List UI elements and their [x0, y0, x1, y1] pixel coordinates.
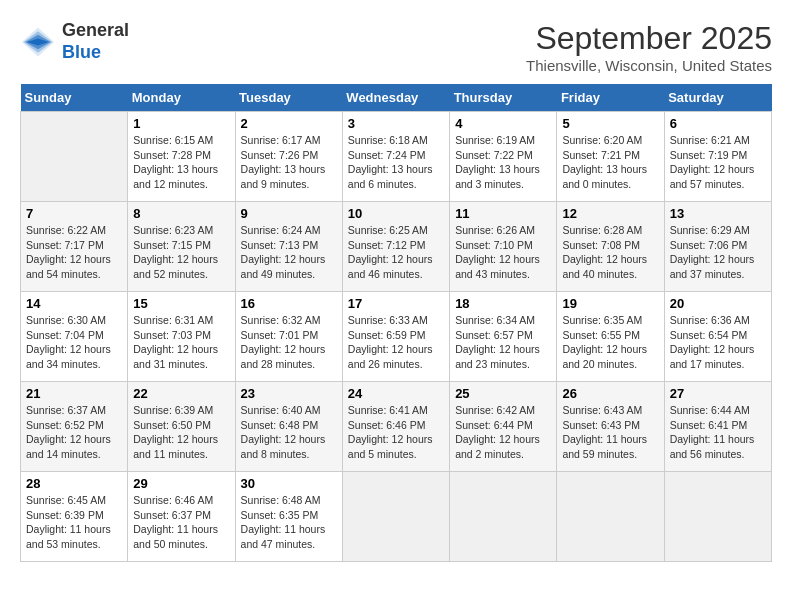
day-info: Sunrise: 6:42 AMSunset: 6:44 PMDaylight:… — [455, 403, 551, 462]
weekday-header-row: SundayMondayTuesdayWednesdayThursdayFrid… — [21, 84, 772, 112]
day-info: Sunrise: 6:19 AMSunset: 7:22 PMDaylight:… — [455, 133, 551, 192]
day-info: Sunrise: 6:48 AMSunset: 6:35 PMDaylight:… — [241, 493, 337, 552]
calendar-cell: 28Sunrise: 6:45 AMSunset: 6:39 PMDayligh… — [21, 472, 128, 562]
day-number: 7 — [26, 206, 122, 221]
day-number: 4 — [455, 116, 551, 131]
calendar-cell: 15Sunrise: 6:31 AMSunset: 7:03 PMDayligh… — [128, 292, 235, 382]
page-header: General Blue September 2025 Thiensville,… — [20, 20, 772, 74]
day-number: 12 — [562, 206, 658, 221]
day-number: 15 — [133, 296, 229, 311]
calendar-cell: 18Sunrise: 6:34 AMSunset: 6:57 PMDayligh… — [450, 292, 557, 382]
day-number: 30 — [241, 476, 337, 491]
logo-general: General — [62, 20, 129, 40]
calendar-cell — [21, 112, 128, 202]
day-number: 27 — [670, 386, 766, 401]
day-info: Sunrise: 6:39 AMSunset: 6:50 PMDaylight:… — [133, 403, 229, 462]
logo: General Blue — [20, 20, 129, 63]
calendar-body: 1Sunrise: 6:15 AMSunset: 7:28 PMDaylight… — [21, 112, 772, 562]
weekday-header-sunday: Sunday — [21, 84, 128, 112]
day-number: 21 — [26, 386, 122, 401]
weekday-header-wednesday: Wednesday — [342, 84, 449, 112]
day-number: 6 — [670, 116, 766, 131]
title-block: September 2025 Thiensville, Wisconsin, U… — [526, 20, 772, 74]
location-subtitle: Thiensville, Wisconsin, United States — [526, 57, 772, 74]
day-number: 11 — [455, 206, 551, 221]
day-number: 17 — [348, 296, 444, 311]
day-number: 26 — [562, 386, 658, 401]
day-number: 19 — [562, 296, 658, 311]
calendar-cell: 1Sunrise: 6:15 AMSunset: 7:28 PMDaylight… — [128, 112, 235, 202]
day-info: Sunrise: 6:35 AMSunset: 6:55 PMDaylight:… — [562, 313, 658, 372]
day-number: 10 — [348, 206, 444, 221]
day-info: Sunrise: 6:32 AMSunset: 7:01 PMDaylight:… — [241, 313, 337, 372]
calendar-cell: 4Sunrise: 6:19 AMSunset: 7:22 PMDaylight… — [450, 112, 557, 202]
day-number: 13 — [670, 206, 766, 221]
day-number: 29 — [133, 476, 229, 491]
weekday-header-monday: Monday — [128, 84, 235, 112]
day-info: Sunrise: 6:28 AMSunset: 7:08 PMDaylight:… — [562, 223, 658, 282]
day-number: 23 — [241, 386, 337, 401]
day-info: Sunrise: 6:37 AMSunset: 6:52 PMDaylight:… — [26, 403, 122, 462]
calendar-cell: 26Sunrise: 6:43 AMSunset: 6:43 PMDayligh… — [557, 382, 664, 472]
calendar-cell: 2Sunrise: 6:17 AMSunset: 7:26 PMDaylight… — [235, 112, 342, 202]
day-info: Sunrise: 6:46 AMSunset: 6:37 PMDaylight:… — [133, 493, 229, 552]
calendar-cell: 19Sunrise: 6:35 AMSunset: 6:55 PMDayligh… — [557, 292, 664, 382]
calendar-cell: 3Sunrise: 6:18 AMSunset: 7:24 PMDaylight… — [342, 112, 449, 202]
day-info: Sunrise: 6:17 AMSunset: 7:26 PMDaylight:… — [241, 133, 337, 192]
weekday-header-tuesday: Tuesday — [235, 84, 342, 112]
calendar-cell: 7Sunrise: 6:22 AMSunset: 7:17 PMDaylight… — [21, 202, 128, 292]
day-info: Sunrise: 6:21 AMSunset: 7:19 PMDaylight:… — [670, 133, 766, 192]
calendar-cell: 12Sunrise: 6:28 AMSunset: 7:08 PMDayligh… — [557, 202, 664, 292]
weekday-header-friday: Friday — [557, 84, 664, 112]
day-number: 2 — [241, 116, 337, 131]
day-number: 24 — [348, 386, 444, 401]
calendar-cell: 5Sunrise: 6:20 AMSunset: 7:21 PMDaylight… — [557, 112, 664, 202]
calendar-cell: 16Sunrise: 6:32 AMSunset: 7:01 PMDayligh… — [235, 292, 342, 382]
calendar-cell: 29Sunrise: 6:46 AMSunset: 6:37 PMDayligh… — [128, 472, 235, 562]
weekday-header-thursday: Thursday — [450, 84, 557, 112]
month-title: September 2025 — [526, 20, 772, 57]
calendar-cell: 24Sunrise: 6:41 AMSunset: 6:46 PMDayligh… — [342, 382, 449, 472]
calendar-cell: 10Sunrise: 6:25 AMSunset: 7:12 PMDayligh… — [342, 202, 449, 292]
day-number: 1 — [133, 116, 229, 131]
day-number: 18 — [455, 296, 551, 311]
calendar-cell — [450, 472, 557, 562]
calendar-cell: 9Sunrise: 6:24 AMSunset: 7:13 PMDaylight… — [235, 202, 342, 292]
calendar-cell — [557, 472, 664, 562]
day-number: 5 — [562, 116, 658, 131]
logo-icon — [20, 24, 56, 60]
logo-text: General Blue — [62, 20, 129, 63]
calendar-table: SundayMondayTuesdayWednesdayThursdayFrid… — [20, 84, 772, 562]
calendar-cell: 22Sunrise: 6:39 AMSunset: 6:50 PMDayligh… — [128, 382, 235, 472]
calendar-cell — [664, 472, 771, 562]
week-row-5: 28Sunrise: 6:45 AMSunset: 6:39 PMDayligh… — [21, 472, 772, 562]
calendar-cell: 30Sunrise: 6:48 AMSunset: 6:35 PMDayligh… — [235, 472, 342, 562]
day-number: 9 — [241, 206, 337, 221]
day-number: 25 — [455, 386, 551, 401]
calendar-cell: 27Sunrise: 6:44 AMSunset: 6:41 PMDayligh… — [664, 382, 771, 472]
day-info: Sunrise: 6:29 AMSunset: 7:06 PMDaylight:… — [670, 223, 766, 282]
day-info: Sunrise: 6:43 AMSunset: 6:43 PMDaylight:… — [562, 403, 658, 462]
day-number: 8 — [133, 206, 229, 221]
calendar-cell: 8Sunrise: 6:23 AMSunset: 7:15 PMDaylight… — [128, 202, 235, 292]
week-row-3: 14Sunrise: 6:30 AMSunset: 7:04 PMDayligh… — [21, 292, 772, 382]
calendar-cell: 23Sunrise: 6:40 AMSunset: 6:48 PMDayligh… — [235, 382, 342, 472]
day-number: 16 — [241, 296, 337, 311]
day-info: Sunrise: 6:15 AMSunset: 7:28 PMDaylight:… — [133, 133, 229, 192]
day-number: 14 — [26, 296, 122, 311]
calendar-cell: 17Sunrise: 6:33 AMSunset: 6:59 PMDayligh… — [342, 292, 449, 382]
day-info: Sunrise: 6:24 AMSunset: 7:13 PMDaylight:… — [241, 223, 337, 282]
day-number: 22 — [133, 386, 229, 401]
week-row-2: 7Sunrise: 6:22 AMSunset: 7:17 PMDaylight… — [21, 202, 772, 292]
logo-blue: Blue — [62, 42, 101, 62]
day-info: Sunrise: 6:41 AMSunset: 6:46 PMDaylight:… — [348, 403, 444, 462]
week-row-1: 1Sunrise: 6:15 AMSunset: 7:28 PMDaylight… — [21, 112, 772, 202]
calendar-cell: 6Sunrise: 6:21 AMSunset: 7:19 PMDaylight… — [664, 112, 771, 202]
day-info: Sunrise: 6:45 AMSunset: 6:39 PMDaylight:… — [26, 493, 122, 552]
day-info: Sunrise: 6:18 AMSunset: 7:24 PMDaylight:… — [348, 133, 444, 192]
day-info: Sunrise: 6:23 AMSunset: 7:15 PMDaylight:… — [133, 223, 229, 282]
week-row-4: 21Sunrise: 6:37 AMSunset: 6:52 PMDayligh… — [21, 382, 772, 472]
day-info: Sunrise: 6:31 AMSunset: 7:03 PMDaylight:… — [133, 313, 229, 372]
day-info: Sunrise: 6:20 AMSunset: 7:21 PMDaylight:… — [562, 133, 658, 192]
calendar-cell — [342, 472, 449, 562]
